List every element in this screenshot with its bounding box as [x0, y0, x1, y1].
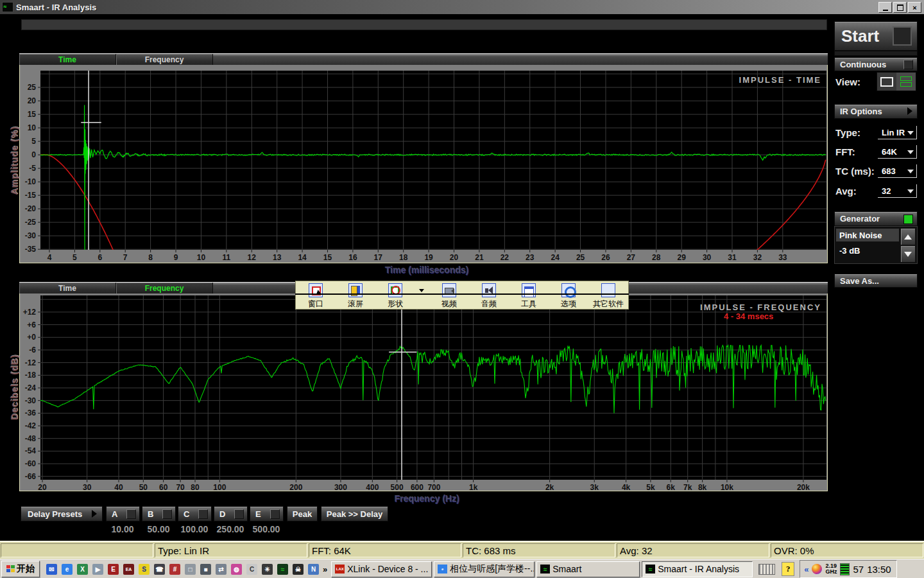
- delay-preset-d-button[interactable]: D: [214, 506, 248, 521]
- toolbar-item-window-capture-icon[interactable]: 窗口: [296, 283, 336, 310]
- svg-text:20: 20: [450, 253, 459, 262]
- generator-button[interactable]: Generator: [834, 211, 918, 226]
- status-bar: Type: Lin IRFFT: 64KTC: 683 msAvg: 32OVR…: [0, 541, 924, 559]
- tray-collapse-chevron[interactable]: «: [804, 565, 809, 574]
- generator-level-up-button[interactable]: [900, 228, 916, 245]
- preset-letter: D: [219, 509, 225, 519]
- task-button-0[interactable]: LAXXLink - Device 8 - ...: [331, 561, 432, 577]
- frequency-chart[interactable]: +12+6+0-6-12-18-24-30-36-42-48-54-60-662…: [19, 293, 828, 491]
- task-button-2[interactable]: ≈Smaart: [536, 561, 640, 577]
- level-meter-icon[interactable]: [840, 563, 850, 575]
- help-tray-icon[interactable]: ?: [782, 562, 794, 576]
- param-select-type[interactable]: Lin IR: [878, 126, 917, 139]
- generator-signal-select[interactable]: Pink Noise: [836, 229, 899, 241]
- circuit-icon[interactable]: ≈: [277, 564, 288, 575]
- svg-text:5: 5: [31, 137, 36, 146]
- svg-text:50: 50: [139, 483, 148, 490]
- preset-value-b: 50.00: [142, 524, 175, 534]
- color-wheel-icon[interactable]: ◍: [231, 564, 242, 575]
- preset-checkbox[interactable]: [126, 509, 136, 519]
- cpu-monitor-icon[interactable]: [812, 564, 822, 574]
- peak-to-delay-button[interactable]: Peak >> Delay: [321, 506, 388, 521]
- media-player-icon[interactable]: ▶: [92, 564, 103, 575]
- task-button-3[interactable]: ≈Smaart - IR Analysis: [642, 561, 753, 577]
- smaart-icon: ≈: [646, 565, 655, 574]
- toolbar-item-label: 工具: [521, 299, 536, 310]
- c-swirl-icon[interactable]: C: [246, 564, 257, 575]
- toolbar-item-dropdown-arrow-icon[interactable]: [415, 283, 429, 299]
- media-box-icon[interactable]: ■: [200, 564, 211, 575]
- svg-text:100: 100: [213, 483, 226, 490]
- toolbar-item-scroll-capture-icon[interactable]: 滚屏: [336, 283, 375, 310]
- impulse-time-plot[interactable]: 2520151050-5-10-15-20-25-30-354567891011…: [20, 65, 827, 262]
- input-method-keyboard-icon[interactable]: [758, 564, 775, 575]
- continuous-checkbox[interactable]: [903, 60, 913, 69]
- save-as-button[interactable]: Save As...: [834, 274, 918, 288]
- task-button-1[interactable]: e相位与听感[声学楼--...: [434, 561, 535, 577]
- red-pattern-icon[interactable]: #: [169, 564, 180, 575]
- toolbar-item-options-gear-icon[interactable]: 选项: [549, 283, 588, 310]
- delay-preset-a-button[interactable]: A: [106, 506, 140, 521]
- network-icon[interactable]: N: [308, 564, 319, 575]
- preset-checkbox[interactable]: [198, 509, 208, 519]
- continuous-toggle[interactable]: Continuous: [834, 57, 918, 71]
- preset-letter: C: [184, 509, 189, 519]
- preset-value-a: 10.00: [106, 524, 139, 534]
- param-value: 683: [882, 166, 896, 176]
- delay-preset-b-button[interactable]: B: [142, 506, 176, 521]
- dropdown-arrow-icon: [907, 170, 914, 173]
- toolbar-item-audio-icon[interactable]: 音频: [469, 283, 509, 310]
- toolbar-item-tools-icon[interactable]: 工具: [509, 283, 549, 310]
- peak-button[interactable]: Peak: [287, 506, 318, 521]
- skull-icon[interactable]: ☠: [293, 564, 304, 575]
- gear-box-icon[interactable]: ✳: [262, 564, 273, 575]
- svg-text:14: 14: [298, 253, 307, 262]
- delay-presets-button[interactable]: Delay Presets: [21, 506, 103, 521]
- mail-icon[interactable]: ✉: [46, 564, 57, 575]
- title-bar[interactable]: ≈ Smaart - IR Analysis ×: [0, 0, 924, 14]
- generator-on-indicator: [903, 215, 913, 224]
- svg-text:22: 22: [501, 253, 509, 262]
- view-split-button[interactable]: [896, 73, 916, 91]
- toolbar-item-video-icon[interactable]: 视频: [429, 283, 469, 310]
- generator-level[interactable]: -3 dB: [839, 246, 860, 256]
- svg-text:7: 7: [123, 253, 128, 262]
- close-button[interactable]: ×: [908, 2, 921, 13]
- preset-value-e: 500.00: [250, 524, 283, 534]
- taskbar-clock[interactable]: 13:50: [867, 564, 891, 575]
- preset-checkbox[interactable]: [162, 509, 172, 519]
- delay-preset-c-button[interactable]: C: [178, 506, 212, 521]
- chart-corner-label-time: IMPULSE - TIME: [642, 75, 821, 85]
- tab-top-time[interactable]: Time: [19, 54, 116, 66]
- ie-icon[interactable]: e: [62, 564, 73, 575]
- tab-bottom-frequency[interactable]: Frequency: [116, 283, 213, 294]
- quick-launch-overflow-chevron[interactable]: »: [323, 565, 327, 574]
- phone-icon[interactable]: ☎: [154, 564, 165, 575]
- toolbar-item-other-software-icon[interactable]: 其它软件: [588, 283, 628, 310]
- delay-preset-e-button[interactable]: E: [250, 506, 284, 521]
- time-chart[interactable]: 2520151050-5-10-15-20-25-30-354567891011…: [19, 65, 828, 263]
- toolbar-item-label: 其它软件: [593, 299, 624, 310]
- e-red-icon[interactable]: E: [108, 564, 119, 575]
- param-select-avg[interactable]: 32: [878, 184, 917, 198]
- toolbar-item-shape-capture-icon[interactable]: 形状: [375, 283, 415, 310]
- start-button[interactable]: Start: [834, 21, 918, 51]
- preset-checkbox[interactable]: [270, 509, 280, 519]
- generator-level-down-button[interactable]: [900, 245, 916, 263]
- minimize-button[interactable]: [878, 2, 892, 13]
- tab-bottom-time[interactable]: Time: [19, 283, 116, 294]
- impulse-frequency-plot[interactable]: +12+6+0-6-12-18-24-30-36-42-48-54-60-662…: [20, 293, 827, 490]
- param-select-tcms[interactable]: 683: [878, 164, 917, 178]
- sia-icon[interactable]: S: [139, 564, 150, 575]
- start-menu-button[interactable]: 开始: [1, 561, 40, 577]
- restore-button[interactable]: [893, 2, 907, 13]
- ir-options-button[interactable]: IR Options: [834, 104, 918, 119]
- tab-top-frequency[interactable]: Frequency: [116, 54, 213, 66]
- excel-icon[interactable]: X: [77, 564, 88, 575]
- param-select-fft[interactable]: 64K: [878, 145, 917, 159]
- sync-icon[interactable]: ⇄: [216, 564, 227, 575]
- safe-icon[interactable]: □: [185, 564, 196, 575]
- view-single-button[interactable]: [877, 73, 896, 91]
- preset-checkbox[interactable]: [234, 509, 244, 519]
- ease-icon[interactable]: EA: [123, 564, 134, 575]
